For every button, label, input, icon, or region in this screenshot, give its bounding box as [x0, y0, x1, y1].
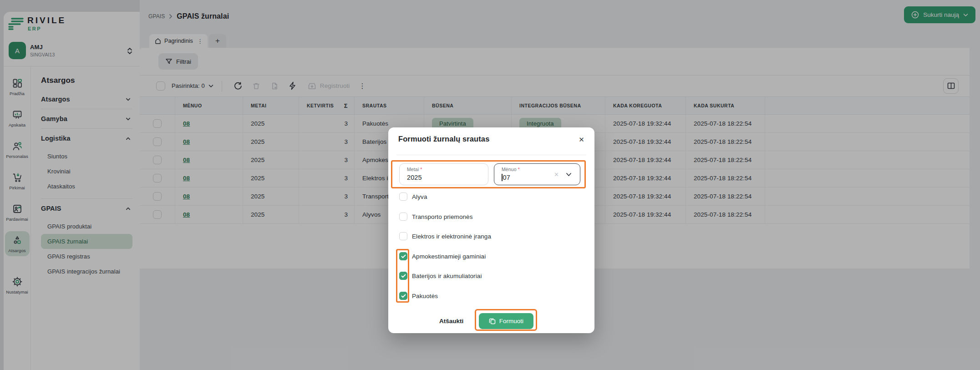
- metai-field[interactable]: Metai * 2025: [399, 163, 488, 185]
- checkbox-unchecked-icon: [399, 193, 407, 201]
- checkbox-apmokestinamieji-gaminiai[interactable]: Apmokestinamieji gaminiai: [399, 252, 486, 260]
- checkbox-transporto-priemones[interactable]: Transporto priemonės: [399, 213, 473, 221]
- cancel-button[interactable]: Atšaukti: [439, 318, 463, 324]
- formuoti-modal: Formuoti žurnalų srautas ✕ Metai * 2025 …: [388, 127, 594, 333]
- text-caret: [502, 174, 503, 181]
- checkbox-alyva[interactable]: Alyva: [399, 193, 427, 201]
- checkbox-unchecked-icon: [399, 232, 407, 240]
- checkbox-unchecked-icon: [399, 213, 407, 221]
- checkbox-checked-icon: [399, 272, 407, 280]
- checkbox-pakuotes[interactable]: Pakuotės: [399, 292, 438, 300]
- divider: [396, 155, 586, 155]
- metai-value: 2025: [407, 174, 422, 181]
- chevron-down-icon[interactable]: [566, 172, 572, 177]
- required-mark: *: [518, 167, 520, 172]
- checkbox-baterijos-akumuliatoriai[interactable]: Baterijos ir akumuliatoriai: [399, 272, 482, 280]
- modal-title: Formuoti žurnalų srautas: [398, 135, 489, 143]
- formuoti-button[interactable]: Formuoti: [479, 313, 533, 329]
- required-mark: *: [420, 167, 422, 172]
- menuo-field[interactable]: Mėnuo * 07 ✕: [494, 163, 580, 185]
- checkbox-checked-icon: [399, 252, 407, 260]
- checkbox-elektros-iranga[interactable]: Elektros ir elektroninė įranga: [399, 232, 491, 240]
- checkbox-checked-icon: [399, 292, 407, 300]
- copy-icon: [489, 318, 496, 324]
- close-icon[interactable]: ✕: [577, 134, 586, 146]
- clear-icon[interactable]: ✕: [554, 171, 559, 178]
- menuo-value: 07: [503, 174, 510, 181]
